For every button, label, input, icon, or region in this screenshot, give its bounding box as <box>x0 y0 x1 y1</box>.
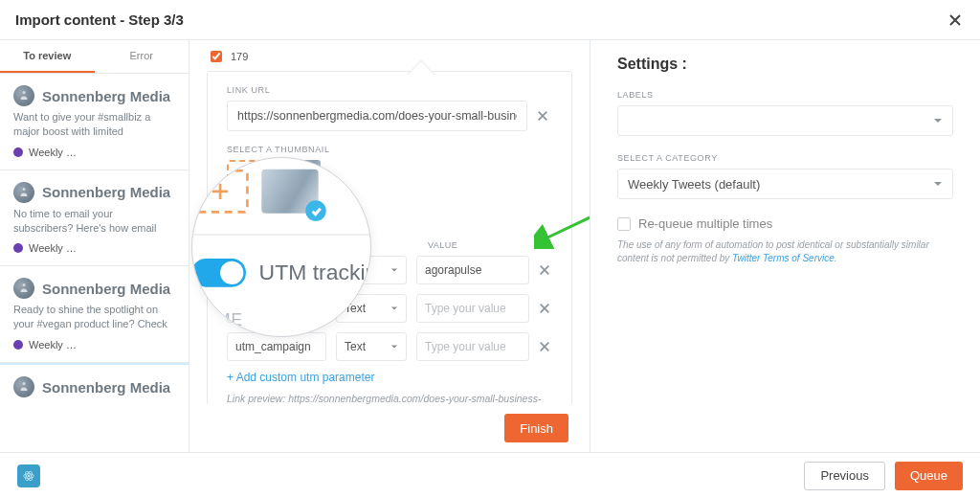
previous-button[interactable]: Previous <box>804 462 885 490</box>
account-name: Sonnenberg Media <box>42 184 170 200</box>
utm-value-input[interactable] <box>416 294 529 323</box>
checkbox-icon <box>617 217 631 231</box>
post-excerpt: No time to email your subscribers? Here'… <box>13 207 175 236</box>
post-item[interactable]: Sonnenberg Media <box>0 363 189 413</box>
chevron-down-icon <box>933 179 943 189</box>
category-tag: Weekly … <box>29 242 77 254</box>
remove-param-button[interactable] <box>539 262 552 278</box>
utm-type-select[interactable]: Text <box>336 332 407 361</box>
close-button[interactable] <box>946 11 965 30</box>
zoom-callout: UTM tracking NAME <box>191 157 371 337</box>
chevron-down-icon <box>390 343 398 351</box>
add-utm-param-link[interactable]: + Add custom utm parameter <box>227 371 552 384</box>
post-excerpt: Ready to shine the spotlight on your #ve… <box>13 303 175 331</box>
queue-button[interactable]: Queue <box>895 462 963 490</box>
settings-panel: Settings : LABELS SELECT A CATEGORY Week… <box>590 40 980 452</box>
account-name: Sonnenberg Media <box>42 379 170 396</box>
link-url-label: LINK URL <box>227 85 552 95</box>
account-name: Sonnenberg Media <box>42 88 170 104</box>
post-excerpt: Want to give your #smallbiz a major boos… <box>13 110 175 139</box>
link-url-input[interactable] <box>227 101 527 131</box>
category-tag: Weekly … <box>29 339 77 351</box>
post-item[interactable]: Sonnenberg Media Want to give your #smal… <box>0 74 189 170</box>
category-dot <box>13 340 23 350</box>
policy-notice: The use of any form of automation to pos… <box>617 238 953 265</box>
labels-select[interactable] <box>617 105 953 136</box>
close-icon <box>948 13 962 27</box>
remove-param-button[interactable] <box>539 301 552 316</box>
page-title: Import content - Step 3/3 <box>15 11 184 28</box>
twitter-tos-link[interactable]: Twitter Terms of Service <box>732 253 835 263</box>
clear-link-button[interactable] <box>537 108 552 124</box>
category-dot <box>13 147 23 157</box>
tab-error[interactable]: Error <box>95 40 189 73</box>
chevron-down-icon <box>933 116 943 125</box>
post-item[interactable]: Sonnenberg Media Ready to shine the spot… <box>0 266 189 363</box>
account-avatar <box>13 182 34 203</box>
requeue-label: Re-queue multiple times <box>638 216 772 231</box>
category-select[interactable]: Weekly Tweets (default) <box>617 169 953 199</box>
account-avatar <box>13 376 34 397</box>
utm-tracking-toggle <box>191 259 246 287</box>
utm-header-value: VALUE <box>428 240 543 250</box>
chevron-down-icon <box>390 305 398 312</box>
utm-value-input[interactable] <box>416 332 529 361</box>
utm-value-input[interactable] <box>416 256 529 284</box>
category-dot <box>13 243 23 253</box>
thumbnail-label: SELECT A THUMBNAIL <box>227 145 552 154</box>
category-label: SELECT A CATEGORY <box>617 153 953 163</box>
post-item[interactable]: Sonnenberg Media No time to email your s… <box>0 170 189 267</box>
link-preview: Link preview: https://sonnenbergmedia.co… <box>227 392 552 404</box>
requeue-checkbox[interactable]: Re-queue multiple times <box>617 216 953 231</box>
thumbnail-option <box>261 170 318 214</box>
finish-button[interactable]: Finish <box>504 414 568 442</box>
svg-point-0 <box>28 474 30 476</box>
remove-param-button[interactable] <box>539 339 552 354</box>
atom-icon <box>22 469 35 483</box>
post-count: 179 <box>231 51 248 62</box>
settings-title: Settings : <box>617 56 953 73</box>
category-tag: Weekly … <box>29 147 77 158</box>
labels-label: LABELS <box>617 90 953 100</box>
sidebar: To review Error Sonnenberg Media Want to… <box>0 40 189 452</box>
account-avatar <box>13 85 34 106</box>
tab-to-review[interactable]: To review <box>0 40 95 73</box>
utm-tracking-label: UTM tracking <box>259 260 371 285</box>
chevron-down-icon <box>390 266 398 274</box>
account-avatar <box>13 278 34 299</box>
account-name: Sonnenberg Media <box>42 281 170 297</box>
select-post-checkbox[interactable]: 179 <box>207 48 572 65</box>
check-icon <box>305 200 326 221</box>
app-logo[interactable] <box>17 464 40 487</box>
